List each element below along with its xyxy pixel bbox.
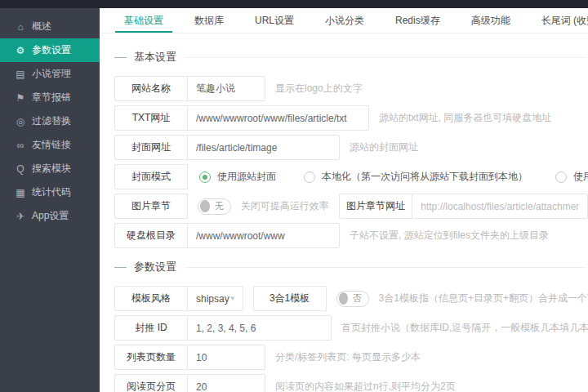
toggle-knob-icon [200, 200, 210, 212]
sidebar-item-label: 参数设置 [32, 43, 71, 57]
fengtui-id-input[interactable] [188, 315, 332, 341]
main-content: 基础设置 数据库 URL设置 小说分类 Redis缓存 高级功能 长尾词 (收费… [100, 8, 588, 392]
image-chapter-hint: 关闭可提高运行效率 [241, 194, 329, 219]
filter-icon: ◎ [14, 116, 27, 127]
section-basic: 基本设置 [114, 50, 588, 65]
sidebar-item-label: 概述 [32, 20, 51, 33]
image-chapter-url-label: 图片章节网址 [339, 194, 413, 219]
sidebar-item-label: 搜索模块 [32, 162, 71, 176]
field-cover-mode: 封面模式 使用源站封面 本地化（第一次访问将从源站下载封面到本地） 使用本地化P… [114, 164, 588, 189]
section-dash [114, 267, 127, 268]
stats-icon: ▦ [14, 187, 27, 198]
fengtui-id-label: 封推 ID [114, 315, 188, 341]
radio-dot-icon [304, 172, 315, 183]
radio-label: 本地化（第一次访问将从源站下载封面到本地） [322, 170, 528, 184]
tab-database[interactable]: 数据库 [179, 8, 239, 33]
field-read-paging: 阅读页分页 阅读页的内容如果超过n行,则平均分为2页 [114, 374, 588, 392]
sidebar-item-filter-replace[interactable]: ◎ 过滤替换 [0, 109, 100, 133]
link-icon: ∞ [14, 140, 27, 151]
tab-longtail[interactable]: 长尾词 (收费) [526, 8, 588, 33]
txt-url-input[interactable] [188, 105, 369, 131]
cover-url-label: 封面网址 [114, 135, 188, 160]
sidebar-item-chapter-errors[interactable]: ⚑ 章节报错 [0, 86, 100, 109]
settings-form: 基本设置 网站名称 显示在logo上的文字 TXT网址 源站的txt网址, 同服… [100, 33, 588, 392]
tab-basic-settings[interactable]: 基础设置 [109, 8, 179, 33]
sidebar-item-overview[interactable]: ⌂ 概述 [0, 15, 100, 38]
gear-icon: ⚙ [14, 45, 27, 56]
tab-redis-cache[interactable]: Redis缓存 [380, 8, 456, 33]
field-image-chapter: 图片章节 无 关闭可提高运行效率 图片章节网址 [114, 194, 588, 219]
home-icon: ⌂ [14, 21, 27, 33]
cover-url-hint: 源站的封面网址 [350, 135, 418, 160]
image-chapter-url-input[interactable] [412, 194, 588, 219]
radio-localize-cover[interactable]: 本地化（第一次访问将从源站下载封面到本地） [304, 170, 528, 184]
three-in-one-toggle[interactable]: 否 [336, 291, 369, 307]
fengtui-id-hint: 首页封推小说（数据库ID,逗号隔开，一般模板几本填几本） [341, 315, 588, 341]
toggle-state-text: 无 [215, 200, 224, 212]
tab-url-settings[interactable]: URL设置 [239, 8, 310, 33]
site-name-hint: 显示在logo上的文字 [275, 76, 363, 101]
app-icon: ✈ [14, 211, 27, 222]
radio-dot-icon [199, 172, 211, 183]
tab-novel-category[interactable]: 小说分类 [310, 8, 380, 33]
sidebar-item-novel-manage[interactable]: ▤ 小说管理 [0, 62, 100, 86]
top-header-bar [0, 0, 588, 8]
radio-source-cover[interactable]: 使用源站封面 [199, 170, 276, 184]
tab-advanced[interactable]: 高级功能 [456, 8, 526, 33]
field-template-style: 模板风格 shipsay ▼ 3合1模板 否 3合1模板指（信息页+目录页+翻页… [114, 286, 588, 311]
disk-root-hint: 子站不设置, 源站定位到files文件夹的上级目录 [350, 223, 549, 248]
sidebar-item-label: App设置 [32, 209, 69, 223]
disk-root-input[interactable] [188, 223, 340, 248]
section-title-text: 基本设置 [134, 50, 176, 65]
flag-icon: ⚑ [14, 92, 27, 104]
cover-url-input[interactable] [188, 135, 340, 160]
book-icon: ▤ [14, 69, 27, 80]
sidebar-item-parameters[interactable]: ⚙ 参数设置 [0, 38, 100, 62]
field-disk-root: 硬盘根目录 子站不设置, 源站定位到files文件夹的上级目录 [114, 223, 588, 248]
image-chapter-toggle[interactable]: 无 [198, 198, 231, 215]
sidebar-item-search-module[interactable]: Q 搜索模块 [0, 157, 100, 180]
section-title-text: 参数设置 [134, 260, 176, 274]
list-count-hint: 分类/标签列表页: 每页显示多少本 [275, 345, 421, 370]
sidebar-item-label: 过滤替换 [32, 114, 71, 128]
section-line [185, 267, 586, 268]
txt-url-hint: 源站的txt网址, 同服务器也可填硬盘地址 [379, 105, 551, 131]
disk-root-label: 硬盘根目录 [114, 223, 188, 248]
sidebar-item-stats-code[interactable]: ▦ 统计代码 [0, 180, 100, 204]
site-name-input[interactable] [188, 76, 265, 101]
radio-label: 使用本地化PC封面 [573, 170, 588, 184]
sidebar-item-friend-links[interactable]: ∞ 友情链接 [0, 133, 100, 157]
field-list-count: 列表页数量 分类/标签列表页: 每页显示多少本 [114, 345, 588, 370]
read-paging-input[interactable] [188, 374, 265, 392]
list-count-label: 列表页数量 [114, 345, 188, 370]
search-icon: Q [14, 163, 27, 175]
template-style-label: 模板风格 [114, 286, 188, 311]
app-window: ⌂ 概述 ⚙ 参数设置 ▤ 小说管理 ⚑ 章节报错 ◎ 过滤替换 ∞ 友情链接 … [0, 0, 588, 392]
sidebar-item-label: 统计代码 [32, 185, 71, 199]
image-chapter-label: 图片章节 [114, 194, 188, 219]
toggle-state-text: 否 [353, 292, 362, 305]
site-name-label: 网站名称 [114, 76, 188, 101]
list-count-input[interactable] [188, 345, 265, 370]
txt-url-label: TXT网址 [114, 105, 188, 131]
field-fengtui-id: 封推 ID 首页封推小说（数据库ID,逗号隔开，一般模板几本填几本） [114, 315, 588, 341]
three-in-one-label: 3合1模板 [253, 286, 327, 311]
radio-label: 使用源站封面 [217, 170, 276, 184]
section-line [185, 57, 586, 58]
settings-tab-bar: 基础设置 数据库 URL设置 小说分类 Redis缓存 高级功能 长尾词 (收费… [100, 8, 588, 33]
chevron-down-icon: ▼ [229, 295, 236, 302]
sidebar-item-app-settings[interactable]: ✈ App设置 [0, 204, 100, 228]
three-in-one-hint: 3合1模板指（信息页+目录页+翻页）合并成一个页面 [379, 286, 588, 311]
sidebar-item-label: 小说管理 [32, 67, 71, 81]
select-value: shipsay [196, 293, 229, 305]
section-dash [114, 57, 127, 58]
read-paging-label: 阅读页分页 [114, 374, 188, 392]
sidebar-item-label: 友情链接 [32, 138, 71, 152]
template-style-select[interactable]: shipsay ▼ [188, 286, 243, 311]
radio-local-pc-cover[interactable]: 使用本地化PC封面 [555, 170, 588, 184]
cover-mode-label: 封面模式 [114, 164, 188, 189]
read-paging-hint: 阅读页的内容如果超过n行,则平均分为2页 [275, 374, 456, 392]
toggle-knob-icon [339, 292, 348, 305]
section-params: 参数设置 [114, 260, 588, 274]
cover-mode-radios: 使用源站封面 本地化（第一次访问将从源站下载封面到本地） 使用本地化PC封面 [199, 164, 588, 189]
